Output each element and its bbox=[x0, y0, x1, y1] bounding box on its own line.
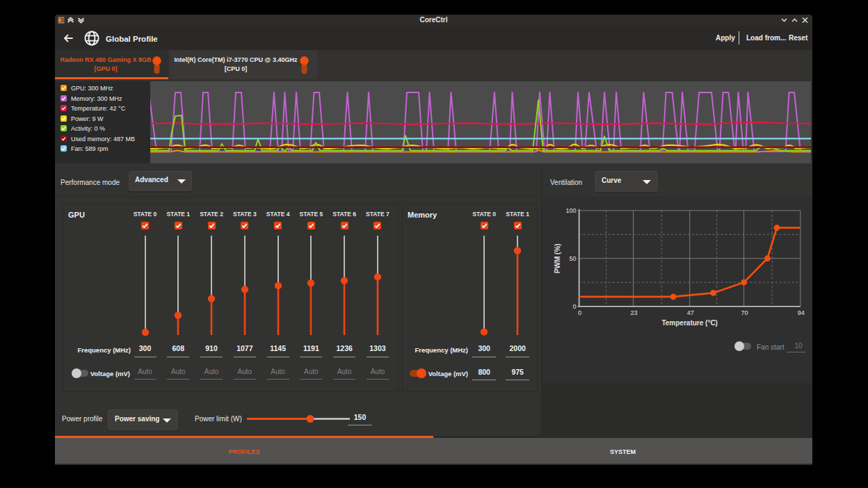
svg-text:0: 0 bbox=[573, 303, 577, 310]
svg-text:0: 0 bbox=[578, 309, 581, 316]
svg-text:70: 70 bbox=[741, 309, 748, 316]
svg-text:100: 100 bbox=[566, 207, 577, 214]
svg-text:Temperature (°C): Temperature (°C) bbox=[661, 319, 718, 327]
svg-text:PWM (%): PWM (%) bbox=[554, 243, 561, 273]
svg-text:50: 50 bbox=[570, 255, 577, 262]
svg-text:23: 23 bbox=[630, 309, 637, 316]
svg-text:47: 47 bbox=[687, 309, 694, 316]
svg-text:94: 94 bbox=[798, 309, 805, 316]
